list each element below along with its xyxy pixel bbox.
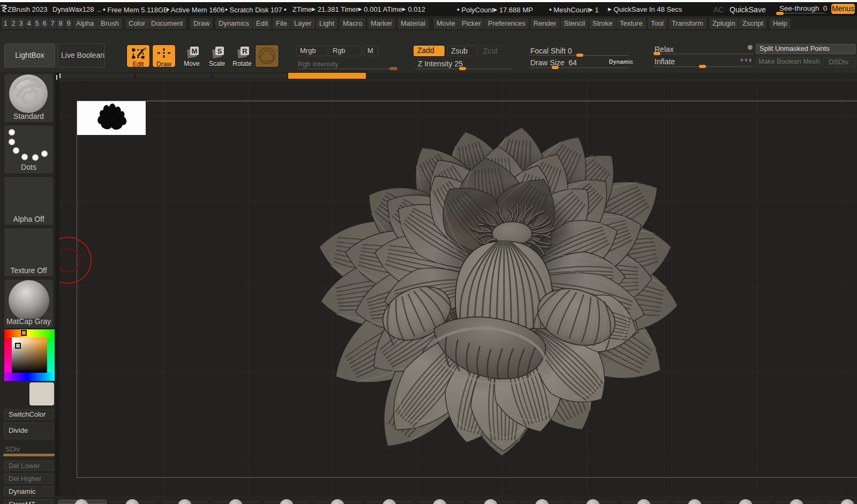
svg-text:S: S — [217, 47, 222, 55]
svg-text:M: M — [192, 47, 198, 55]
svg-text:R: R — [242, 47, 247, 55]
